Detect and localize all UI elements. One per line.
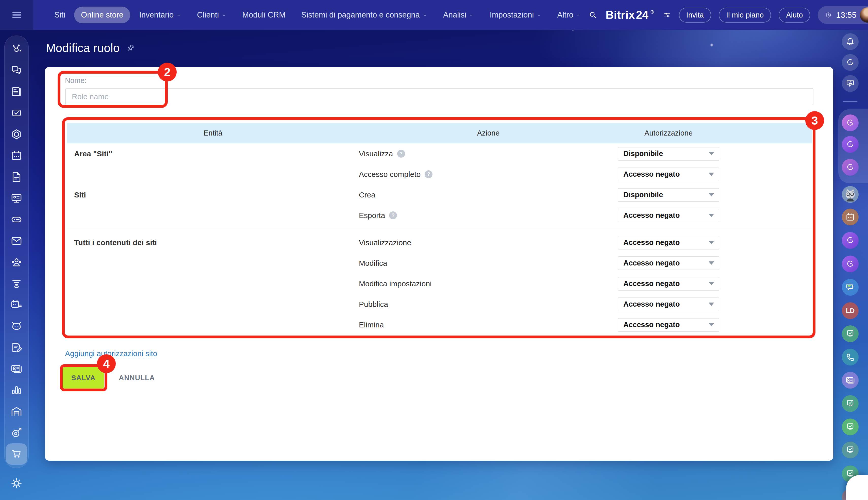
right-sidebar-booking-channel[interactable] [842, 209, 859, 225]
sidebar-item-online-store[interactable] [6, 443, 27, 465]
role-name-input[interactable] [65, 88, 813, 105]
nav-item-label: Siti [54, 10, 65, 20]
save-button[interactable]: SALVA [63, 367, 104, 389]
sidebar-item-documents[interactable] [6, 166, 27, 188]
sidebar-item-chats[interactable] [6, 60, 27, 81]
sidebar-item-marketing[interactable] [6, 422, 27, 443]
right-sidebar-copilot-shop[interactable] [842, 136, 859, 153]
right-sidebar-copilot-a[interactable] [842, 232, 859, 249]
action-cell: Esporta? [359, 211, 618, 220]
warehouse-icon [10, 405, 23, 418]
right-sidebar-task-3[interactable] [842, 419, 859, 435]
nav-item-inventario[interactable]: Inventario [132, 7, 188, 23]
nav-item-impostazioni[interactable]: Impostazioni [483, 7, 548, 23]
sidebar-item-ai-assistant[interactable] [6, 316, 27, 337]
brand-first: Bitrix [606, 9, 635, 21]
caret-down-icon [709, 214, 714, 217]
right-sidebar-cat-assistant[interactable] [842, 186, 859, 203]
sidebar-item-mail[interactable] [6, 230, 27, 251]
main-menu-button[interactable] [0, 0, 33, 30]
right-sidebar-notifications[interactable] [842, 33, 859, 50]
action-cell: Pubblica [359, 300, 618, 309]
nav-item-sistemi-di-pagamento-e-consegna[interactable]: Sistemi di pagamento e consegna [294, 7, 434, 23]
sidebar-item-settings[interactable] [6, 473, 27, 494]
sidebar-item-drive[interactable] [6, 209, 27, 230]
sidebar-item-booking[interactable] [6, 294, 27, 316]
right-sidebar-messenger[interactable] [842, 75, 859, 92]
right-sidebar-copilot-site[interactable] [842, 114, 859, 131]
action-cell: Elimina [359, 320, 618, 329]
my-plan-button[interactable]: Il mio piano [719, 8, 771, 23]
right-sidebar-chat-notes[interactable] [842, 279, 859, 296]
right-sidebar-copilot[interactable] [842, 54, 859, 71]
permission-value: Disponibile [623, 191, 663, 199]
right-sidebar-contact-card[interactable] [842, 372, 859, 389]
right-sidebar-copilot-b[interactable] [842, 255, 859, 272]
right-sidebar-copilot-crm[interactable] [842, 159, 859, 175]
sidebar-item-crm[interactable] [6, 124, 27, 145]
permission-select[interactable]: Accesso negato [618, 256, 719, 270]
id-card-icon [10, 362, 23, 375]
user-avatar[interactable] [860, 7, 868, 23]
permission-select[interactable]: Accesso negato [618, 277, 719, 291]
clock-icon [824, 11, 833, 19]
help-button[interactable]: Aiuto [779, 8, 810, 23]
nav-item-label: Altro [557, 10, 573, 20]
invite-button[interactable]: Invita [679, 8, 711, 23]
copilot-icon [845, 118, 855, 128]
permission-select[interactable]: Accesso negato [618, 318, 719, 332]
sidebar-item-calendar[interactable] [6, 145, 27, 166]
target-icon [10, 427, 23, 439]
permission-cell: Accesso negato [618, 168, 719, 181]
permission-select[interactable]: Accesso negato [618, 297, 719, 311]
sidebar-item-news-feed[interactable] [6, 81, 27, 102]
nav-item-altro[interactable]: Altro [550, 7, 588, 23]
search-icon[interactable] [588, 10, 598, 20]
caret-down-icon [709, 193, 714, 196]
add-site-permissions-link[interactable]: Aggiungi autorizzazioni sito [65, 349, 157, 359]
permission-select[interactable]: Accesso negato [618, 236, 719, 250]
nav-item-clienti[interactable]: Clienti [190, 7, 233, 23]
nav-item-analisi[interactable]: Analisi [436, 7, 481, 23]
nav-item-moduli-crm[interactable]: Moduli CRM [236, 7, 293, 23]
entity-name: Area "Siti" [67, 149, 359, 158]
sidebar-item-e-signature[interactable] [6, 337, 27, 358]
caret-down-icon [709, 323, 714, 326]
action-label: Elimina [359, 320, 384, 329]
entity-name: Tutti i contenuti dei siti [67, 238, 359, 247]
task-icon [845, 422, 855, 432]
sidebar-item-contacts[interactable] [6, 358, 27, 379]
permission-group-tutti-i-contenuti-dei-siti: Tutti i contenuti dei sitiVisualizzazion… [67, 229, 812, 335]
sidebar-item-webinars[interactable] [6, 188, 27, 209]
permission-select[interactable]: Disponibile [618, 147, 719, 161]
sidebar-item-warehouse[interactable] [6, 401, 27, 422]
sidebar-item-employees[interactable] [6, 251, 27, 273]
right-sidebar-task-4[interactable] [842, 442, 859, 458]
right-sidebar-user-ld[interactable]: LD [842, 302, 859, 319]
sliders-icon[interactable] [663, 11, 671, 19]
permission-select[interactable]: Accesso negato [618, 209, 719, 222]
permission-row: ModificaAccesso negato [67, 253, 812, 273]
pin-icon[interactable] [126, 43, 136, 53]
chevron-down-icon [576, 13, 581, 18]
help-icon[interactable]: ? [425, 170, 433, 178]
permission-row: EliminaAccesso negato [67, 315, 812, 335]
sidebar-item-tasks[interactable] [6, 102, 27, 124]
permission-select[interactable]: Disponibile [618, 188, 719, 202]
news-icon [10, 85, 23, 98]
sidebar-item-analytics[interactable] [6, 379, 27, 401]
nav-item-online-store[interactable]: Online store [74, 7, 130, 23]
nav-item-siti[interactable]: Siti [47, 7, 72, 23]
help-icon[interactable]: ? [389, 212, 397, 219]
right-sidebar-task-1[interactable] [842, 326, 859, 342]
cancel-button[interactable]: ANNULLA [117, 374, 156, 382]
right-sidebar-task-2[interactable] [842, 395, 859, 412]
caret-down-icon [709, 173, 714, 176]
right-sidebar-telephony[interactable] [842, 349, 859, 365]
sidebar-item-network[interactable] [6, 38, 27, 60]
help-icon[interactable]: ? [397, 150, 405, 158]
permission-select[interactable]: Accesso negato [618, 168, 719, 181]
permission-value: Accesso negato [623, 238, 680, 247]
time-profile-widget[interactable]: 13:55 [818, 6, 868, 24]
sidebar-item-sales-funnel[interactable] [6, 273, 27, 294]
